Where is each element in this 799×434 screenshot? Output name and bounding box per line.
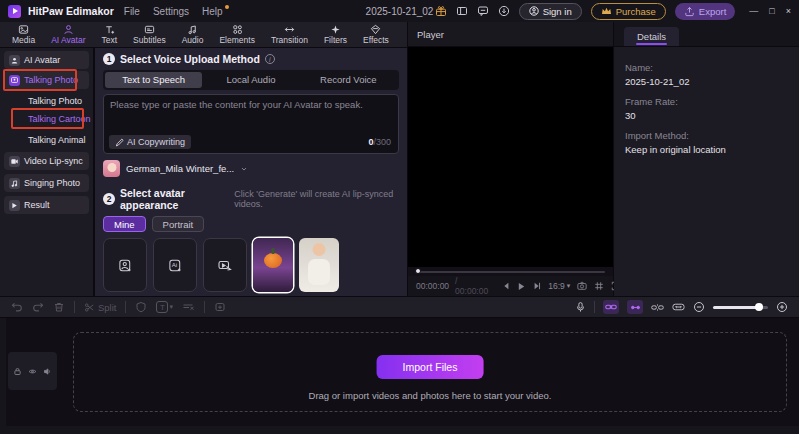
- avatar-thumb-pumpkin[interactable]: [253, 238, 293, 292]
- step-1-badge: 1: [103, 53, 115, 65]
- tab-text[interactable]: Text: [102, 24, 118, 45]
- sidebar-item-singing-photo[interactable]: Singing Photo: [4, 174, 89, 192]
- delete-icon[interactable]: [53, 301, 65, 313]
- player-seek-bar[interactable]: [408, 267, 613, 276]
- tab-record-voice[interactable]: Record Voice: [300, 72, 397, 88]
- text-tool-icon: T: [156, 301, 168, 313]
- tab-mine[interactable]: Mine: [103, 216, 146, 232]
- tab-media[interactable]: Media: [12, 24, 35, 45]
- tab-filters[interactable]: Filters: [324, 24, 347, 45]
- next-frame-icon[interactable]: [533, 282, 541, 290]
- video-import-icon: [217, 258, 233, 272]
- tab-audio[interactable]: Audio: [182, 24, 204, 45]
- timeline-area: Import Files Drag or import videos and p…: [0, 318, 799, 434]
- sidebar-item-result[interactable]: Result: [4, 196, 89, 214]
- voice-method-tabs: Text to Speech Local Audio Record Voice: [103, 70, 399, 90]
- tab-subtitles[interactable]: Subtitles: [133, 24, 166, 45]
- zoom-out-icon[interactable]: [693, 301, 705, 313]
- tab-text-to-speech[interactable]: Text to Speech: [105, 72, 202, 88]
- ai-copywriting-button[interactable]: AI Copywriting: [109, 135, 191, 149]
- mask-icon[interactable]: [135, 301, 147, 313]
- tab-transition[interactable]: Transition: [271, 24, 308, 45]
- feedback-icon[interactable]: [477, 5, 489, 17]
- media-dropzone[interactable]: Import Files Drag or import videos and p…: [73, 332, 787, 412]
- tab-details[interactable]: Details: [624, 27, 679, 46]
- elements-icon: [232, 24, 243, 35]
- tab-effects[interactable]: Effects: [363, 24, 389, 45]
- player-panel: Player 00:00:00 / 00:00:00 16:9 ▾: [408, 22, 613, 296]
- document-title: 2025-10-21_02: [366, 6, 434, 17]
- unlink-clips-icon[interactable]: [651, 303, 664, 312]
- app-logo-icon: [8, 5, 21, 18]
- remove-subtitle-icon[interactable]: [182, 301, 195, 313]
- zoom-in-icon[interactable]: [776, 301, 788, 313]
- sidebar-subitem-talking-animal[interactable]: Talking Animal: [28, 133, 86, 147]
- info-icon[interactable]: i: [265, 54, 275, 64]
- export-button[interactable]: Export: [675, 3, 735, 20]
- scissors-icon: [84, 302, 95, 313]
- import-video-avatar-card[interactable]: [203, 238, 247, 292]
- download-icon[interactable]: [498, 5, 510, 17]
- split-button[interactable]: Split: [84, 302, 116, 313]
- tab-local-audio[interactable]: Local Audio: [202, 72, 299, 88]
- text-tool-dropdown[interactable]: T ▾: [156, 301, 173, 313]
- avatar-thumb-baby[interactable]: [299, 238, 339, 292]
- magnet-snap-icon[interactable]: [627, 300, 643, 314]
- fit-timeline-icon[interactable]: [672, 302, 685, 312]
- aspect-ratio-select[interactable]: 16:9 ▾: [548, 281, 570, 291]
- menu-help[interactable]: Help: [199, 6, 226, 17]
- import-files-button[interactable]: Import Files: [377, 355, 484, 379]
- add-custom-avatar-card[interactable]: [103, 238, 147, 292]
- maximize-button[interactable]: □: [769, 6, 774, 16]
- timeline-scrollbar-strip[interactable]: [0, 426, 799, 434]
- sign-in-button[interactable]: Sign in: [519, 3, 582, 20]
- previous-frame-icon[interactable]: [502, 282, 510, 290]
- chevron-down-icon: [240, 165, 248, 173]
- minimize-button[interactable]: —: [749, 6, 758, 16]
- microphone-icon[interactable]: [575, 301, 586, 313]
- sidebar-subitem-talking-photo[interactable]: Talking Photo: [28, 94, 82, 108]
- play-icon[interactable]: [517, 282, 526, 291]
- close-button[interactable]: ×: [786, 6, 791, 16]
- menu-file[interactable]: File: [121, 6, 143, 17]
- tab-portrait[interactable]: Portrait: [152, 216, 205, 232]
- snapshot-icon[interactable]: [577, 281, 587, 291]
- layout-panels-icon[interactable]: [456, 5, 468, 17]
- ai-generate-avatar-card[interactable]: Ai: [153, 238, 197, 292]
- field-name-value: 2025-10-21_02: [625, 76, 788, 87]
- voice-step-header: 1 Select Voice Upload Method i: [103, 53, 399, 65]
- zoom-slider-handle[interactable]: [755, 303, 763, 311]
- purchase-button[interactable]: Purchase: [591, 3, 666, 20]
- menu-settings[interactable]: Settings: [150, 6, 192, 17]
- timeline-zoom-slider[interactable]: [713, 306, 768, 309]
- gift-icon[interactable]: [435, 5, 447, 17]
- track-visibility-icon[interactable]: [28, 367, 37, 376]
- voice-selector[interactable]: German_Mila Winter_fe...: [103, 160, 399, 177]
- textarea-footer: AI Copywriting 0/300: [109, 135, 391, 149]
- tab-elements[interactable]: Elements: [219, 24, 254, 45]
- field-import-method-value: Keep in original location: [625, 144, 788, 155]
- ai-pen-icon: [115, 138, 124, 147]
- transition-icon: [284, 24, 295, 35]
- ai-avatar-icon: [63, 24, 74, 35]
- sidebar-item-video-lip-sync[interactable]: Video Lip-sync: [4, 152, 89, 170]
- details-body: Name: 2025-10-21_02 Frame Rate: 30 Impor…: [614, 47, 799, 161]
- timeline-toolbar-right: [575, 300, 788, 314]
- tab-ai-avatar[interactable]: AI Avatar: [51, 24, 85, 45]
- grid-icon[interactable]: [594, 281, 604, 291]
- add-frame-icon[interactable]: [214, 301, 226, 313]
- crown-icon: [601, 6, 612, 16]
- player-video-area[interactable]: [408, 47, 613, 267]
- undo-icon[interactable]: [11, 301, 23, 313]
- link-clips-icon[interactable]: [603, 300, 619, 314]
- seek-handle[interactable]: [415, 268, 421, 274]
- speech-text-input[interactable]: [110, 99, 392, 133]
- sidebar-subitem-talking-cartoon[interactable]: Talking Cartoon: [28, 112, 91, 126]
- sidebar-item-talking-photo[interactable]: Talking Photo: [4, 71, 89, 89]
- field-framerate-value: 30: [625, 110, 788, 121]
- voice-step-title: Select Voice Upload Method: [120, 53, 260, 65]
- sidebar-item-ai-avatar[interactable]: AI Avatar: [4, 51, 89, 69]
- track-mute-icon[interactable]: [43, 367, 52, 376]
- redo-icon[interactable]: [32, 301, 44, 313]
- track-lock-icon[interactable]: [13, 367, 22, 376]
